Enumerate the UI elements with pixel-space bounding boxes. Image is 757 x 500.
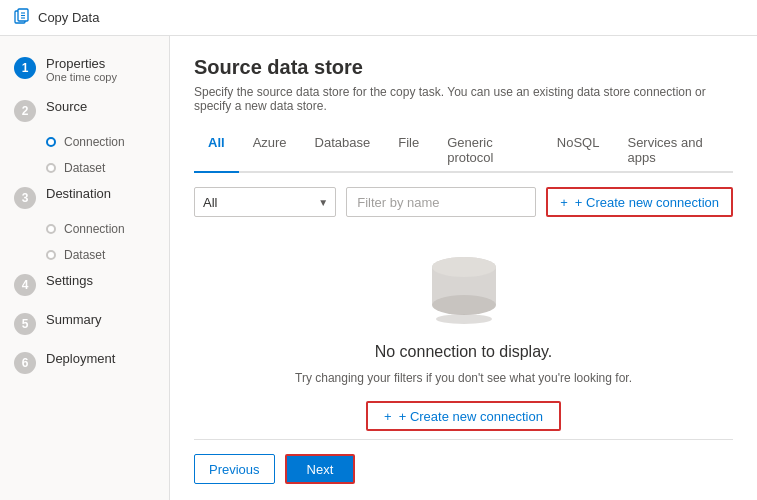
step-badge-properties: 1 xyxy=(14,57,36,79)
title-bar: Copy Data xyxy=(0,0,757,36)
sidebar-label-settings: Settings xyxy=(46,273,93,288)
step-badge-settings: 4 xyxy=(14,274,36,296)
subitem-label-source-connection: Connection xyxy=(64,135,125,149)
empty-state-title: No connection to display. xyxy=(375,343,553,361)
sidebar-item-properties[interactable]: 1 Properties One time copy xyxy=(0,48,169,91)
plus-icon-center: + xyxy=(384,409,392,424)
sidebar-label-source: Source xyxy=(46,99,87,114)
tab-nosql[interactable]: NoSQL xyxy=(543,129,614,173)
type-filter-select[interactable]: All Azure Database File xyxy=(194,187,336,217)
footer: Previous Next xyxy=(194,439,733,484)
type-filter-wrapper: All Azure Database File ▼ xyxy=(194,187,336,217)
name-filter-input[interactable] xyxy=(346,187,536,217)
content-area: Source data store Specify the source dat… xyxy=(170,36,757,500)
sidebar-sublabel-properties: One time copy xyxy=(46,71,117,83)
sidebar-label-summary: Summary xyxy=(46,312,102,327)
svg-point-7 xyxy=(432,295,496,315)
create-new-connection-button-top[interactable]: + + Create new connection xyxy=(546,187,733,217)
filter-row: All Azure Database File ▼ + + Create new… xyxy=(194,187,733,217)
step-badge-source: 2 xyxy=(14,100,36,122)
plus-icon-top: + xyxy=(560,195,568,210)
empty-state: No connection to display. Try changing y… xyxy=(194,237,733,439)
tab-generic[interactable]: Generic protocol xyxy=(433,129,543,173)
source-subitems: Connection Dataset xyxy=(0,132,169,178)
sidebar-subitem-source-connection[interactable]: Connection xyxy=(46,132,169,152)
subitem-dot-dest-connection xyxy=(46,224,56,234)
create-new-connection-button-center[interactable]: + + Create new connection xyxy=(366,401,561,431)
previous-button[interactable]: Previous xyxy=(194,454,275,484)
subitem-dot-source-dataset xyxy=(46,163,56,173)
subitem-label-dest-dataset: Dataset xyxy=(64,248,105,262)
empty-state-description: Try changing your filters if you don't s… xyxy=(295,371,632,385)
sidebar-item-destination[interactable]: 3 Destination xyxy=(0,178,169,217)
tabs-row: All Azure Database File Generic protocol… xyxy=(194,129,733,173)
subitem-dot-dest-dataset xyxy=(46,250,56,260)
page-description: Specify the source data store for the co… xyxy=(194,85,733,113)
sidebar-label-deployment: Deployment xyxy=(46,351,115,366)
database-icon xyxy=(419,245,509,325)
subitem-dot-source-connection xyxy=(46,137,56,147)
sidebar-item-settings[interactable]: 4 Settings xyxy=(0,265,169,304)
tab-file[interactable]: File xyxy=(384,129,433,173)
sidebar-subitem-dest-connection[interactable]: Connection xyxy=(46,219,169,239)
sidebar: 1 Properties One time copy 2 Source Conn… xyxy=(0,36,170,500)
tab-all[interactable]: All xyxy=(194,129,239,173)
subitem-label-dest-connection: Connection xyxy=(64,222,125,236)
copy-data-icon xyxy=(14,8,30,27)
sidebar-item-source[interactable]: 2 Source xyxy=(0,91,169,130)
sidebar-label-properties: Properties xyxy=(46,56,117,71)
svg-point-9 xyxy=(436,314,492,324)
tab-services[interactable]: Services and apps xyxy=(613,129,733,173)
step-badge-destination: 3 xyxy=(14,187,36,209)
sidebar-label-destination: Destination xyxy=(46,186,111,201)
page-title: Source data store xyxy=(194,56,733,79)
step-badge-deployment: 6 xyxy=(14,352,36,374)
sidebar-subitem-dest-dataset[interactable]: Dataset xyxy=(46,245,169,265)
main-layout: 1 Properties One time copy 2 Source Conn… xyxy=(0,36,757,500)
next-button[interactable]: Next xyxy=(285,454,356,484)
sidebar-item-deployment[interactable]: 6 Deployment xyxy=(0,343,169,382)
step-badge-summary: 5 xyxy=(14,313,36,335)
sidebar-item-summary[interactable]: 5 Summary xyxy=(0,304,169,343)
tab-azure[interactable]: Azure xyxy=(239,129,301,173)
tab-database[interactable]: Database xyxy=(301,129,385,173)
subitem-label-source-dataset: Dataset xyxy=(64,161,105,175)
sidebar-subitem-source-dataset[interactable]: Dataset xyxy=(46,158,169,178)
svg-point-8 xyxy=(432,257,496,277)
app-title: Copy Data xyxy=(38,10,99,25)
destination-subitems: Connection Dataset xyxy=(0,219,169,265)
